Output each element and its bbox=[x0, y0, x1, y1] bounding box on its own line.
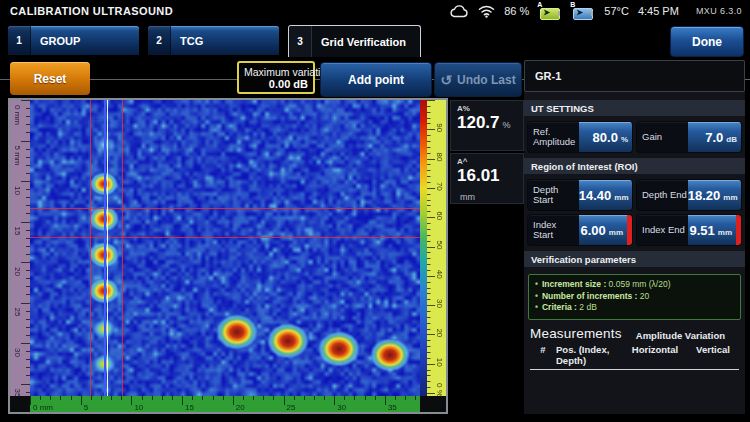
maximum-variation-field[interactable]: Maximum variation 0.00 dB bbox=[237, 61, 315, 94]
scan-view-frame bbox=[8, 98, 448, 414]
toolbar: Reset Maximum variation 0.00 dB Add poin… bbox=[0, 58, 524, 98]
index-start-field[interactable]: Index Start 6.00mm bbox=[528, 215, 632, 245]
cloud-icon bbox=[449, 5, 469, 18]
verification-parameters-box: •Increment size : 0.059 mm (λ/20) •Numbe… bbox=[528, 274, 741, 320]
status-indicators: 86 % A ➤ B ➤ 57°C 4:45 PM MXU 6.3.0 bbox=[449, 3, 750, 19]
roi-header: Region of Interest (ROI) bbox=[524, 158, 745, 175]
wifi-icon bbox=[478, 5, 495, 18]
measurements-title: Measurements bbox=[530, 326, 622, 341]
tab-bar: 1 GROUP 2 TCG 3 Grid Verification Done bbox=[0, 22, 750, 58]
readout-depth[interactable]: A^ 16.01mm bbox=[450, 153, 524, 204]
measurements-section: Measurements Amplitude Variation # Pos. … bbox=[524, 320, 745, 370]
ut-settings-fields: Ref. Amplitude 80.0% Gain 7.0dB bbox=[524, 117, 745, 158]
temperature-readout: 57°C bbox=[604, 5, 629, 17]
reset-button[interactable]: Reset bbox=[10, 62, 90, 95]
verification-item: •Criteria : 2 dB bbox=[535, 302, 734, 314]
percent-ruler bbox=[427, 100, 446, 396]
settings-panel: GR-1 UT SETTINGS Ref. Amplitude 80.0% Ga… bbox=[524, 60, 745, 414]
battery-b-icon: B ➤ bbox=[571, 5, 595, 19]
verification-item: •Increment size : 0.059 mm (λ/20) bbox=[535, 279, 734, 291]
amplitude-colorbar bbox=[420, 100, 427, 396]
undo-last-label: Undo Last bbox=[457, 73, 516, 87]
tab-grid-verification[interactable]: 3 Grid Verification bbox=[288, 25, 421, 57]
ref-amplitude-field[interactable]: Ref. Amplitude 80.0% bbox=[528, 122, 632, 152]
page-title: CALIBRATION ULTRASOUND bbox=[0, 5, 173, 17]
invalid-indicator bbox=[627, 215, 632, 245]
ut-settings-header: UT SETTINGS bbox=[524, 100, 745, 117]
depth-ruler bbox=[10, 100, 30, 396]
verification-item: •Number of increments : 20 bbox=[535, 291, 734, 303]
verification-parameters-header: Verification parameters bbox=[524, 251, 745, 268]
readout-amplitude[interactable]: A% 120.7% bbox=[450, 100, 524, 151]
tab-tcg[interactable]: 2 TCG bbox=[148, 26, 279, 55]
done-button[interactable]: Done bbox=[670, 26, 744, 57]
maximum-variation-value: 0.00 dB bbox=[244, 78, 308, 90]
maximum-variation-label: Maximum variation bbox=[244, 66, 308, 78]
add-point-button[interactable]: Add point bbox=[320, 62, 432, 97]
group-badge: GR-1 bbox=[524, 60, 745, 92]
depth-end-field[interactable]: Depth End 18.20mm bbox=[637, 180, 741, 210]
roi-fields: Depth Start 14.40mm Depth End 18.20mm In… bbox=[524, 175, 745, 251]
undo-icon: ↺ bbox=[440, 73, 452, 87]
status-bar: CALIBRATION ULTRASOUND 86 % A ➤ B ➤ 57°C… bbox=[0, 0, 750, 22]
depth-start-field[interactable]: Depth Start 14.40mm bbox=[528, 180, 632, 210]
invalid-indicator bbox=[736, 215, 741, 245]
software-version: MXU 6.3.0 bbox=[696, 6, 742, 16]
measurements-table-header: # Pos. (Index, Depth) Horizontal Vertica… bbox=[530, 344, 739, 370]
amplitude-variation-header: Amplitude Variation bbox=[636, 330, 739, 341]
tab-group[interactable]: 1 GROUP bbox=[8, 26, 139, 55]
index-end-field[interactable]: Index End 9.51mm bbox=[637, 215, 741, 245]
undo-last-button[interactable]: ↺ Undo Last bbox=[434, 62, 522, 97]
index-ruler bbox=[30, 396, 420, 412]
clock: 4:45 PM bbox=[638, 5, 679, 17]
battery-percent: 86 % bbox=[504, 5, 529, 17]
battery-a-icon: A ➤ bbox=[538, 5, 562, 19]
gain-field[interactable]: Gain 7.0dB bbox=[637, 122, 741, 152]
omniscan-app: CALIBRATION ULTRASOUND 86 % A ➤ B ➤ 57°C… bbox=[0, 0, 750, 422]
ultrasound-scan-canvas[interactable] bbox=[30, 100, 420, 396]
